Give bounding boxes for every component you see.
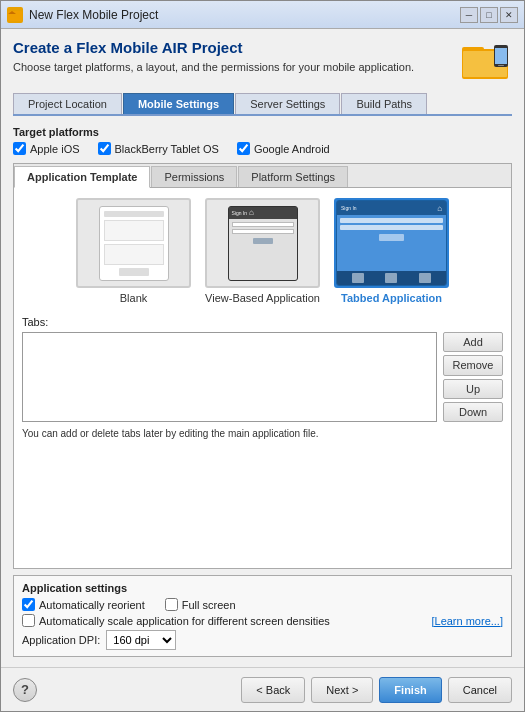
tabbed-field-1 (340, 218, 443, 223)
view-header: Sign In ⌂ (229, 207, 297, 219)
settings-row-1: Automatically reorient Full screen (22, 598, 503, 611)
view-field-2 (232, 229, 294, 234)
blank-box-2 (104, 244, 164, 265)
full-screen-checkbox[interactable] (165, 598, 178, 611)
google-android-checkbox[interactable] (237, 142, 250, 155)
tab-mobile-settings[interactable]: Mobile Settings (123, 93, 234, 114)
templates-row: Blank Sign In ⌂ (22, 196, 503, 306)
template-tab-content: Blank Sign In ⌂ (14, 188, 511, 568)
view-based-phone: Sign In ⌂ (228, 206, 298, 281)
header-text: Create a Flex Mobile AIR Project Choose … (13, 39, 452, 75)
tab-project-location[interactable]: Project Location (13, 93, 122, 114)
settings-row-2: Automatically scale application for diff… (22, 614, 503, 627)
blackberry-label: BlackBerry Tablet OS (115, 143, 219, 155)
svg-rect-7 (498, 65, 504, 66)
blank-preview (76, 198, 191, 288)
tabbed-field-2 (340, 225, 443, 230)
view-body (229, 219, 297, 280)
template-tabbed[interactable]: Sign In ⌂ (332, 196, 451, 306)
apple-ios-label: Apple iOS (30, 143, 80, 155)
blank-phone (99, 206, 169, 281)
maximize-button[interactable]: □ (480, 7, 498, 23)
dialog-content: Create a Flex Mobile AIR Project Choose … (1, 29, 524, 667)
tabbed-preview: Sign In ⌂ (334, 198, 449, 288)
down-tab-button[interactable]: Down (443, 402, 503, 422)
learn-more-link[interactable]: [Learn more...] (431, 615, 503, 627)
tabbed-label: Tabbed Application (341, 292, 442, 304)
tab-platform-settings[interactable]: Platform Settings (238, 166, 348, 187)
auto-scale-item[interactable]: Automatically scale application for diff… (22, 614, 427, 627)
next-button[interactable]: Next > (311, 677, 373, 703)
blank-box-1 (104, 220, 164, 241)
tabs-buttons: Add Remove Up Down (443, 332, 503, 422)
view-btn (253, 238, 273, 244)
dialog-title: Create a Flex Mobile AIR Project (13, 39, 452, 56)
window-icon (7, 7, 23, 23)
view-based-preview: Sign In ⌂ (205, 198, 320, 288)
full-screen-item[interactable]: Full screen (165, 598, 236, 611)
template-view-based[interactable]: Sign In ⌂ View-Based Application (203, 196, 322, 306)
tabbed-btn (379, 234, 404, 241)
auto-reorient-label: Automatically reorient (39, 599, 145, 611)
view-based-label: View-Based Application (205, 292, 320, 304)
cancel-button[interactable]: Cancel (448, 677, 512, 703)
finish-button[interactable]: Finish (379, 677, 441, 703)
tabbed-footer (337, 271, 446, 285)
tabs-listbox[interactable] (22, 332, 437, 422)
window-title: New Flex Mobile Project (29, 8, 460, 22)
header-folder-icon (460, 39, 512, 83)
help-button[interactable]: ? (13, 678, 37, 702)
app-settings: Application settings Automatically reori… (13, 575, 512, 657)
auto-scale-label: Automatically scale application for diff… (39, 615, 330, 627)
add-tab-button[interactable]: Add (443, 332, 503, 352)
close-button[interactable]: ✕ (500, 7, 518, 23)
back-button[interactable]: < Back (241, 677, 305, 703)
auto-scale-checkbox[interactable] (22, 614, 35, 627)
tabs-hint: You can add or delete tabs later by edit… (22, 428, 503, 439)
wizard-tabs: Project Location Mobile Settings Server … (13, 93, 512, 116)
apple-ios-item[interactable]: Apple iOS (13, 142, 80, 155)
template-blank[interactable]: Blank (74, 196, 193, 306)
tab-application-template[interactable]: Application Template (14, 166, 150, 188)
auto-reorient-item[interactable]: Automatically reorient (22, 598, 145, 611)
tab-server-settings[interactable]: Server Settings (235, 93, 340, 114)
svg-rect-6 (495, 48, 507, 64)
app-settings-title: Application settings (22, 582, 503, 594)
auto-reorient-checkbox[interactable] (22, 598, 35, 611)
dialog-description: Choose target platforms, a layout, and t… (13, 60, 452, 75)
main-window: New Flex Mobile Project ─ □ ✕ Create a F… (0, 0, 525, 712)
tabbed-phone: Sign In ⌂ (336, 200, 447, 286)
tabbed-body (337, 215, 446, 271)
google-android-label: Google Android (254, 143, 330, 155)
view-field-1 (232, 222, 294, 227)
dpi-row: Application DPI: 120 dpi 160 dpi 240 dpi… (22, 630, 503, 650)
minimize-button[interactable]: ─ (460, 7, 478, 23)
header-section: Create a Flex Mobile AIR Project Choose … (13, 39, 512, 83)
tabs-label: Tabs: (22, 316, 503, 328)
remove-tab-button[interactable]: Remove (443, 355, 503, 375)
full-screen-label: Full screen (182, 599, 236, 611)
dpi-select[interactable]: 120 dpi 160 dpi 240 dpi 320 dpi (106, 630, 176, 650)
up-tab-button[interactable]: Up (443, 379, 503, 399)
blank-bar-1 (104, 211, 164, 217)
bottom-buttons: < Back Next > Finish Cancel (241, 677, 512, 703)
tab-icon-3 (419, 273, 431, 283)
apple-ios-checkbox[interactable] (13, 142, 26, 155)
tab-permissions[interactable]: Permissions (151, 166, 237, 187)
blackberry-item[interactable]: BlackBerry Tablet OS (98, 142, 219, 155)
tabbed-header: Sign In ⌂ (337, 201, 446, 215)
platforms-row: Apple iOS BlackBerry Tablet OS Google An… (13, 142, 512, 155)
tab-build-paths[interactable]: Build Paths (341, 93, 427, 114)
tabs-input-row: Add Remove Up Down (22, 332, 503, 422)
blackberry-checkbox[interactable] (98, 142, 111, 155)
blank-button (119, 268, 149, 276)
inner-tabs-container: Application Template Permissions Platfor… (13, 163, 512, 569)
tab-icon-1 (352, 273, 364, 283)
google-android-item[interactable]: Google Android (237, 142, 330, 155)
bottom-bar: ? < Back Next > Finish Cancel (1, 667, 524, 711)
tabs-section: Tabs: Add Remove Up Down You can add or … (22, 316, 503, 439)
tab-icon-2 (385, 273, 397, 283)
inner-tabs-nav: Application Template Permissions Platfor… (14, 164, 511, 188)
title-bar: New Flex Mobile Project ─ □ ✕ (1, 1, 524, 29)
target-platforms-label: Target platforms (13, 126, 512, 138)
